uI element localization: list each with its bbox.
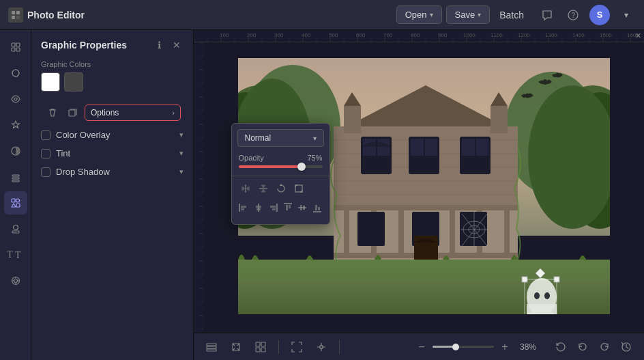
menu-chevron-icon[interactable]: ▾ — [617, 5, 636, 25]
layers-view-btn[interactable] — [202, 337, 221, 357]
svg-rect-207 — [315, 205, 317, 210]
tool-filters[interactable] — [4, 139, 27, 163]
tool-layers[interactable] — [4, 165, 27, 189]
svg-rect-1 — [16, 11, 20, 14]
svg-rect-199 — [272, 208, 276, 210]
svg-rect-32 — [69, 110, 75, 116]
user-avatar[interactable]: S — [589, 5, 610, 25]
tool-select[interactable] — [4, 36, 27, 59]
flip-h-btn[interactable] — [237, 180, 254, 197]
opacity-slider-track[interactable] — [239, 165, 323, 168]
help-icon-btn[interactable]: ? — [564, 5, 583, 25]
drop-shadow-checkbox[interactable] — [41, 167, 50, 177]
svg-text:1000: 1000 — [463, 32, 475, 38]
opacity-slider-thumb[interactable] — [297, 163, 306, 171]
reset-btn[interactable] — [551, 337, 570, 357]
align-top-btn[interactable] — [281, 199, 295, 216]
align-right-btn[interactable] — [267, 199, 280, 216]
effect-row-drop-shadow[interactable]: Drop Shadow ▾ — [31, 163, 193, 181]
svg-rect-193 — [241, 208, 244, 210]
canvas-close-icon[interactable]: ✕ — [635, 31, 641, 40]
chat-icon-btn[interactable] — [538, 5, 557, 25]
tool-shapes[interactable] — [4, 191, 27, 214]
tool-text[interactable]: T T — [4, 243, 27, 266]
svg-rect-137 — [363, 139, 376, 156]
align-left-btn[interactable] — [237, 199, 251, 216]
drop-shadow-label: Drop Shadow — [56, 167, 174, 177]
swatch-white[interactable] — [41, 72, 60, 92]
svg-rect-213 — [261, 342, 265, 346]
options-button[interactable]: Options › — [85, 105, 181, 121]
open-button[interactable]: Open ▾ — [396, 5, 442, 24]
duplicate-button[interactable] — [64, 104, 82, 122]
panel-info-icon[interactable]: ℹ — [152, 38, 166, 52]
svg-point-167 — [555, 73, 559, 78]
svg-rect-196 — [257, 208, 261, 210]
blend-mode-dropdown[interactable]: Normal ▾ — [237, 129, 324, 147]
svg-rect-20 — [12, 199, 15, 202]
svg-rect-148 — [344, 208, 349, 253]
svg-rect-138 — [377, 139, 390, 156]
tool-stamp[interactable] — [4, 217, 27, 240]
effect-row-tint[interactable]: Tint ▾ — [31, 144, 193, 163]
tool-effects[interactable] — [4, 113, 27, 137]
zoom-plus-btn[interactable]: + — [497, 339, 513, 355]
svg-point-21 — [16, 199, 19, 202]
app-title: Photo Editor — [27, 10, 85, 20]
color-overlay-expand-icon[interactable]: ▾ — [179, 130, 184, 139]
flip-v-btn[interactable] — [255, 180, 272, 197]
svg-rect-132 — [344, 106, 361, 133]
zoom-slider-thumb[interactable] — [452, 344, 459, 350]
grid-btn[interactable] — [251, 337, 270, 357]
svg-point-27 — [14, 279, 17, 283]
ruler-left — [194, 42, 203, 333]
svg-rect-19 — [12, 180, 19, 182]
align-center-h-btn[interactable] — [252, 199, 265, 216]
svg-rect-195 — [256, 206, 261, 208]
svg-text:800: 800 — [411, 32, 420, 38]
swatch-dark[interactable] — [64, 72, 83, 92]
zoom-minus-btn[interactable]: − — [413, 339, 430, 355]
undo-btn[interactable] — [573, 337, 592, 357]
svg-rect-85 — [194, 42, 203, 333]
svg-rect-6 — [12, 43, 15, 46]
resize-view-btn[interactable] — [312, 337, 331, 357]
effect-row-color-overlay[interactable]: Color Overlay ▾ — [31, 126, 193, 144]
zoom-slider[interactable] — [433, 346, 494, 348]
color-overlay-checkbox[interactable] — [41, 130, 50, 140]
svg-rect-150 — [398, 208, 404, 253]
resize-btn[interactable] — [291, 180, 307, 197]
tool-watermark[interactable] — [4, 269, 27, 292]
drop-shadow-expand-icon[interactable]: ▾ — [179, 167, 184, 176]
svg-text:900: 900 — [438, 32, 448, 38]
svg-rect-204 — [300, 205, 302, 210]
left-panel: Graphic Properties ℹ ✕ Graphic Colors — [31, 30, 194, 360]
panel-close-icon[interactable]: ✕ — [170, 38, 184, 52]
history-btn[interactable] — [617, 337, 636, 357]
svg-rect-8 — [12, 48, 15, 51]
svg-rect-18 — [12, 178, 19, 179]
align-bottom-btn[interactable] — [310, 199, 324, 216]
topbar-right: ? S ▾ — [538, 5, 636, 25]
svg-point-172 — [544, 292, 550, 299]
rotate-btn[interactable] — [273, 180, 289, 197]
clip-btn[interactable] — [226, 337, 246, 357]
tool-eye[interactable] — [4, 87, 27, 111]
save-button[interactable]: Save ▾ — [446, 5, 491, 24]
tint-expand-icon[interactable]: ▾ — [179, 149, 184, 158]
canvas-image[interactable]: Normal ▾ Opacity 75% — [238, 58, 610, 317]
tint-checkbox[interactable] — [41, 149, 50, 158]
align-center-v-btn[interactable] — [296, 199, 310, 216]
fit-btn[interactable] — [287, 337, 306, 357]
transform-toolbar — [232, 176, 330, 198]
svg-rect-205 — [303, 206, 305, 210]
bottom-bar: − + 38% — [194, 333, 644, 360]
delete-button[interactable] — [44, 104, 61, 122]
svg-text:600: 600 — [356, 32, 366, 38]
batch-button[interactable]: Batch — [494, 6, 529, 24]
icon-bar: T T — [0, 30, 31, 360]
tool-adjust[interactable] — [4, 61, 27, 85]
options-chevron-icon: › — [172, 109, 175, 117]
svg-rect-2 — [12, 16, 15, 19]
redo-btn[interactable] — [595, 337, 614, 357]
